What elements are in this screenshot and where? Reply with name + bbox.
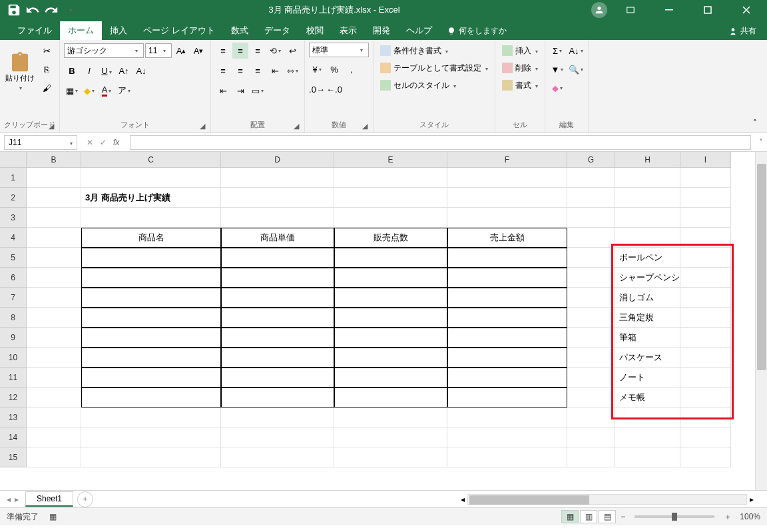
user-avatar-icon[interactable]: [591, 2, 607, 18]
cut-icon[interactable]: ✂: [39, 43, 55, 59]
cell-F7[interactable]: [447, 288, 567, 308]
cell-I14[interactable]: [680, 427, 731, 447]
cell-I15[interactable]: [680, 447, 731, 467]
save-icon[interactable]: [7, 3, 21, 17]
cell-F14[interactable]: [447, 427, 567, 447]
cell-F4[interactable]: 売上金額: [447, 228, 567, 248]
font-size-input[interactable]: 11: [145, 43, 172, 58]
cell-I9[interactable]: [680, 328, 731, 348]
align-middle-icon[interactable]: ≡: [232, 43, 248, 59]
cell-E10[interactable]: [334, 348, 447, 368]
cell-I2[interactable]: [680, 188, 731, 208]
cell-C6[interactable]: [81, 268, 221, 288]
select-all-corner[interactable]: [0, 152, 27, 168]
cell-I8[interactable]: [680, 308, 731, 328]
indent-increase-icon[interactable]: ⇥: [232, 83, 248, 99]
zoom-slider[interactable]: [635, 515, 714, 518]
cell-D8[interactable]: [221, 308, 334, 328]
cell-B14[interactable]: [27, 427, 81, 447]
cell-I10[interactable]: [680, 348, 731, 368]
format-painter-icon[interactable]: 🖌: [39, 80, 55, 96]
align-right-icon[interactable]: ≡: [250, 63, 266, 79]
row-header-11[interactable]: 11: [0, 368, 27, 388]
cell-E11[interactable]: [334, 368, 447, 388]
cell-F3[interactable]: [447, 208, 567, 228]
cell-G13[interactable]: [567, 407, 615, 427]
col-header-C[interactable]: C: [81, 152, 221, 168]
format-cells-button[interactable]: 書式: [499, 77, 541, 93]
cell-D12[interactable]: [221, 388, 334, 407]
cell-C14[interactable]: [81, 427, 221, 447]
decrease-font-icon[interactable]: A▾: [190, 43, 206, 59]
col-header-F[interactable]: F: [447, 152, 567, 168]
cell-F5[interactable]: [447, 248, 567, 268]
cell-G10[interactable]: [567, 348, 615, 368]
tab-help[interactable]: ヘルプ: [398, 21, 440, 40]
number-launcher-icon[interactable]: ◢: [361, 122, 369, 130]
orientation-icon[interactable]: ⟲: [267, 43, 283, 59]
font-color-icon[interactable]: A: [99, 83, 115, 99]
tab-home[interactable]: ホーム: [60, 21, 102, 40]
cell-D9[interactable]: [221, 328, 334, 348]
tab-formulas[interactable]: 数式: [223, 21, 256, 40]
cell-E8[interactable]: [334, 308, 447, 328]
cell-B7[interactable]: [27, 288, 81, 308]
cell-D4[interactable]: 商品単価: [221, 228, 334, 248]
cell-E6[interactable]: [334, 268, 447, 288]
cell-D15[interactable]: [221, 447, 334, 467]
col-header-D[interactable]: D: [221, 152, 334, 168]
cell-D10[interactable]: [221, 348, 334, 368]
cell-D1[interactable]: [221, 168, 334, 188]
zoom-in-button[interactable]: ＋: [720, 511, 736, 523]
cell-I7[interactable]: [680, 288, 731, 308]
cell-H3[interactable]: [615, 208, 680, 228]
cell-H1[interactable]: [615, 168, 680, 188]
cell-F13[interactable]: [447, 407, 567, 427]
cell-C1[interactable]: [81, 168, 221, 188]
hscroll-right-icon[interactable]: ▸: [750, 495, 754, 504]
add-sheet-icon[interactable]: ＋: [77, 491, 93, 507]
wrap-text-icon[interactable]: ↩: [284, 43, 300, 59]
close-icon[interactable]: [731, 0, 762, 20]
underline-button[interactable]: U: [99, 63, 115, 79]
cell-B15[interactable]: [27, 447, 81, 467]
sheet-nav-first-icon[interactable]: ◂: [7, 495, 11, 504]
cell-C3[interactable]: [81, 208, 221, 228]
undo-icon[interactable]: [25, 3, 40, 17]
cell-B13[interactable]: [27, 407, 81, 427]
sheet-nav-last-icon[interactable]: ▸: [15, 495, 19, 504]
cell-E12[interactable]: [334, 388, 447, 407]
comma-icon[interactable]: ,: [344, 61, 360, 77]
collapse-ribbon-icon[interactable]: ˄: [748, 117, 762, 130]
cell-I5[interactable]: [680, 248, 731, 268]
increase-font-icon2[interactable]: A↑: [116, 63, 132, 79]
cell-B2[interactable]: [27, 188, 81, 208]
sheet-tab-1[interactable]: Sheet1: [25, 491, 73, 507]
minimize-icon[interactable]: [654, 0, 684, 20]
number-format-select[interactable]: 標準: [309, 43, 369, 57]
row-header-15[interactable]: 15: [0, 447, 27, 467]
row-header-12[interactable]: 12: [0, 388, 27, 407]
row-header-1[interactable]: 1: [0, 168, 27, 188]
tab-file[interactable]: ファイル: [9, 21, 60, 40]
cell-B10[interactable]: [27, 348, 81, 368]
fill-color-icon[interactable]: ◆: [81, 83, 97, 99]
vscroll-thumb[interactable]: [757, 164, 766, 370]
cell-G6[interactable]: [567, 268, 615, 288]
cell-H12[interactable]: メモ帳: [615, 388, 680, 407]
cell-C8[interactable]: [81, 308, 221, 328]
col-header-G[interactable]: G: [567, 152, 615, 168]
cell-G9[interactable]: [567, 328, 615, 348]
row-header-13[interactable]: 13: [0, 407, 27, 427]
col-header-I[interactable]: I: [680, 152, 731, 168]
cell-D5[interactable]: [221, 248, 334, 268]
cell-G5[interactable]: [567, 248, 615, 268]
expand-formula-bar-icon[interactable]: ˅: [755, 138, 767, 147]
horizontal-scrollbar[interactable]: [467, 494, 747, 505]
cell-G12[interactable]: [567, 388, 615, 407]
tab-layout[interactable]: ページ レイアウト: [135, 21, 223, 40]
cell-G4[interactable]: [567, 228, 615, 248]
border-icon[interactable]: ▦: [64, 83, 80, 99]
cell-B6[interactable]: [27, 268, 81, 288]
align-top-icon[interactable]: ≡: [215, 43, 231, 59]
